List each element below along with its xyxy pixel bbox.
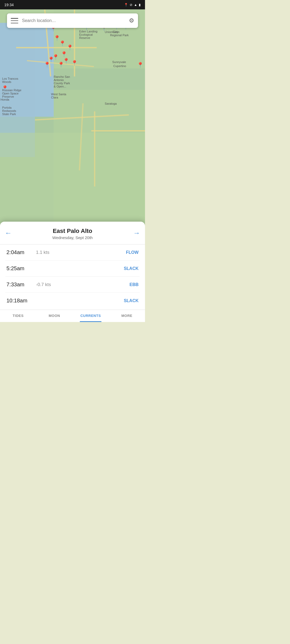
- current-time-3: 7:33am: [6, 281, 33, 288]
- map-pin-6: 📍: [61, 51, 67, 57]
- map-label-cupertino: Cupertino: [113, 64, 126, 68]
- map-label-redwoods: Redwoods: [2, 109, 16, 112]
- map-pin-left: 📍: [2, 85, 8, 92]
- tab-bar: TIDES MOON CURRENTS MORE: [0, 310, 145, 322]
- map-label-open: & Open...: [54, 85, 66, 88]
- map-pin-right: 📍: [71, 60, 78, 66]
- map-label-los-trancos: Los Trancos: [2, 77, 18, 80]
- wifi-icon: ▲: [134, 3, 137, 7]
- status-bar: 19:34 📍 ⊘ ▲ ▮: [0, 0, 145, 9]
- status-icons: 📍 ⊘ ▲ ▮: [124, 3, 141, 7]
- map-pin-14: 📍: [44, 61, 50, 68]
- map-pin-13: 📍: [52, 54, 59, 60]
- map-label-clara: Clara: [51, 96, 58, 99]
- map-label-ecological: Ecological: [79, 33, 93, 36]
- dnd-icon: ⊘: [130, 3, 132, 7]
- tab-more[interactable]: MORE: [109, 310, 145, 322]
- current-time-4: 10:18am: [6, 298, 33, 304]
- location-icon: 📍: [124, 3, 128, 7]
- map-label-regional-park: Regional Park: [110, 34, 129, 37]
- current-speed-3: -0.7 kts: [36, 282, 129, 287]
- currents-list: 2:04am 1.1 kts FLOW 5:25am SLACK 7:33am …: [0, 244, 145, 309]
- map-label-saratoga: Saratoga: [105, 102, 117, 105]
- current-row-4: 10:18am SLACK: [5, 293, 140, 309]
- current-type-1: FLOW: [126, 250, 139, 255]
- map-label-reserve: Reserve: [79, 36, 90, 39]
- map-label-west-santa: West Santa: [51, 93, 66, 96]
- map-label-county-park: County Park: [54, 82, 70, 85]
- current-row-1: 2:04am 1.1 kts FLOW: [5, 244, 140, 261]
- map-pin-far-right: 📍: [137, 62, 144, 68]
- tab-moon[interactable]: MOON: [36, 310, 73, 322]
- search-input[interactable]: [22, 18, 129, 23]
- map-label-rancho-san: Rancho San: [54, 75, 70, 78]
- current-time-1: 2:04am: [6, 249, 33, 255]
- current-row-2: 5:25am SLACK: [5, 261, 140, 277]
- map-label-state-park: State Park: [2, 112, 16, 116]
- map-label-honda: Honda: [1, 98, 9, 101]
- map-label-antonio: Antonio: [54, 78, 64, 82]
- current-time-2: 5:25am: [6, 265, 33, 272]
- map-label-open-space: Open Space: [2, 92, 19, 95]
- map-pin-5: 📍: [67, 44, 73, 51]
- tab-tides[interactable]: TIDES: [0, 310, 36, 322]
- current-row-3: 7:33am -0.7 kts EBB: [5, 277, 140, 293]
- current-speed-1: 1.1 kts: [36, 250, 126, 255]
- current-type-2: SLACK: [124, 266, 139, 271]
- search-bar: ⚙: [7, 13, 138, 28]
- date-subtitle: Wednesday, Sept 20th: [6, 235, 139, 240]
- map-label-sunnyvale: Sunnyvale: [112, 60, 126, 64]
- next-day-button[interactable]: →: [131, 227, 142, 239]
- status-time: 19:34: [4, 3, 14, 7]
- current-type-4: SLACK: [124, 298, 139, 303]
- map-pin-4: 📍: [59, 40, 66, 47]
- settings-icon[interactable]: ⚙: [129, 17, 134, 24]
- map-label-portola: Portola: [2, 106, 12, 109]
- current-type-3: EBB: [129, 282, 139, 287]
- map-label-woods: Woods: [2, 80, 11, 83]
- battery-icon: ▮: [139, 3, 141, 7]
- prev-day-button[interactable]: ←: [3, 227, 14, 239]
- bottom-sheet: ← East Palo Alto Wednesday, Sept 20th → …: [0, 222, 145, 322]
- sheet-header: ← East Palo Alto Wednesday, Sept 20th →: [0, 222, 145, 244]
- tab-currents[interactable]: CURRENTS: [73, 310, 109, 322]
- map-pin-15: 📍: [58, 61, 64, 68]
- menu-icon[interactable]: [11, 18, 18, 23]
- location-title: East Palo Alto: [6, 228, 139, 235]
